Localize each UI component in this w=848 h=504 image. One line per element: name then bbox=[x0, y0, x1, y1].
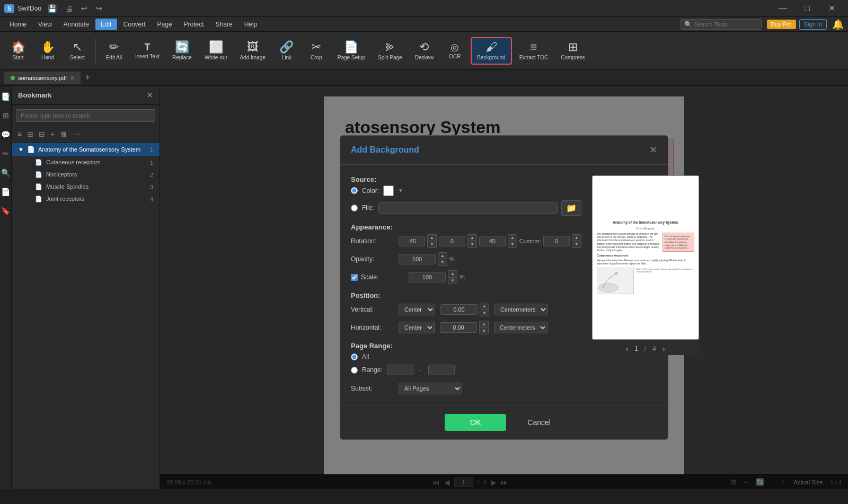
rotation-center-down[interactable]: ▼ bbox=[467, 241, 477, 248]
print-button[interactable]: 🖨 bbox=[62, 3, 76, 14]
vertical-offset-down[interactable]: ▼ bbox=[480, 310, 489, 317]
scale-checkbox[interactable] bbox=[351, 274, 358, 281]
rotation-left-input[interactable]: 45 bbox=[399, 236, 425, 246]
rotation-custom-down[interactable]: ▼ bbox=[572, 241, 581, 248]
bookmark-anatomy-header[interactable]: ▼ 📄 Anatomy of the Somatosensory System … bbox=[12, 143, 160, 156]
vertical-offset-input[interactable]: 0.00 bbox=[440, 304, 478, 315]
sidebar-icon-bookmark[interactable]: 📑 bbox=[0, 90, 12, 103]
bookmark-more-btn[interactable]: ⋯ bbox=[71, 128, 82, 140]
menu-view[interactable]: View bbox=[33, 19, 57, 30]
bookmark-collapse2-btn[interactable]: ⊟ bbox=[37, 128, 47, 140]
menu-help[interactable]: Help bbox=[239, 19, 263, 30]
opacity-input[interactable]: 100 bbox=[399, 254, 436, 264]
sidebar-icon-search[interactable]: 🔍 bbox=[0, 166, 12, 179]
sidebar-icon-pages[interactable]: 📄 bbox=[0, 185, 12, 198]
tool-page-setup[interactable]: 📄 Page Setup bbox=[332, 38, 370, 64]
all-pages-radio[interactable] bbox=[351, 353, 358, 360]
sidebar-icon-edit[interactable]: ✏ bbox=[1, 147, 11, 160]
tab-somatosensory[interactable]: somatosensory.pdf × bbox=[4, 72, 81, 84]
close-button[interactable]: ✕ bbox=[819, 0, 844, 17]
tool-add-image[interactable]: 🖼 Add Image bbox=[234, 38, 270, 64]
scale-up[interactable]: ▲ bbox=[448, 270, 457, 277]
bookmark-item-joint[interactable]: 📄 Joint receptors 4 bbox=[22, 193, 160, 205]
color-swatch[interactable] bbox=[383, 185, 394, 196]
save-button[interactable]: 💾 bbox=[45, 3, 60, 14]
subset-select[interactable]: All PagesOdd PagesEven Pages bbox=[399, 383, 462, 394]
tool-background[interactable]: 🖌 Background bbox=[471, 37, 511, 65]
tab-close-button[interactable]: × bbox=[70, 74, 74, 82]
tool-hand[interactable]: ✋ Hand bbox=[34, 38, 61, 64]
menu-home[interactable]: Home bbox=[4, 19, 32, 30]
bookmark-collapse-btn[interactable]: ≡ bbox=[16, 128, 23, 140]
modal-close-button[interactable]: ✕ bbox=[649, 144, 657, 156]
redo-button[interactable]: ↪ bbox=[93, 3, 105, 14]
buy-pro-button[interactable]: Buy Pro bbox=[767, 20, 796, 29]
minimize-button[interactable]: — bbox=[771, 0, 795, 17]
scale-down[interactable]: ▼ bbox=[448, 277, 457, 285]
cancel-button[interactable]: Cancel bbox=[515, 414, 563, 431]
preview-next-button[interactable]: › bbox=[662, 344, 665, 353]
sidebar-icon-comments[interactable]: 💬 bbox=[0, 128, 12, 141]
bookmark-item-cutaneous[interactable]: 📄 Cutaneous receptors 1 bbox=[22, 156, 160, 169]
sidebar-icon-layers[interactable]: ⊞ bbox=[1, 109, 11, 122]
menu-annotate[interactable]: Annotate bbox=[58, 19, 94, 30]
tool-start[interactable]: 🏠 Start bbox=[4, 38, 32, 64]
rotation-right-down[interactable]: ▼ bbox=[508, 241, 517, 248]
rotation-left-down[interactable]: ▼ bbox=[427, 241, 437, 248]
color-dropdown-arrow[interactable]: ▼ bbox=[398, 188, 403, 193]
tool-crop[interactable]: ✂ Crop bbox=[303, 38, 330, 64]
maximize-button[interactable]: □ bbox=[795, 0, 819, 17]
tool-replace[interactable]: 🔄 Replace bbox=[167, 38, 197, 64]
rotation-center-input[interactable]: 0 bbox=[439, 236, 465, 246]
search-input[interactable] bbox=[694, 21, 758, 28]
tool-compress[interactable]: ⊞ Compress bbox=[555, 38, 590, 64]
horizontal-offset-down[interactable]: ▼ bbox=[479, 328, 489, 335]
vertical-offset-up[interactable]: ▲ bbox=[480, 303, 489, 310]
rotation-right-up[interactable]: ▲ bbox=[508, 234, 517, 241]
horizontal-offset-up[interactable]: ▲ bbox=[479, 321, 489, 328]
color-radio[interactable] bbox=[351, 187, 358, 194]
tool-extract-toc[interactable]: ≡ Extract TOC bbox=[514, 38, 554, 64]
rotation-custom-up[interactable]: ▲ bbox=[572, 234, 581, 241]
preview-prev-button[interactable]: ‹ bbox=[626, 344, 629, 353]
rotation-custom-input[interactable]: 0 bbox=[543, 236, 570, 246]
scale-input[interactable]: 100 bbox=[409, 272, 446, 282]
menu-edit[interactable]: Edit bbox=[95, 19, 117, 30]
bookmark-item-muscle[interactable]: 📄 Muscle Spindles 3 bbox=[22, 181, 160, 193]
tool-insert-text[interactable]: T Insert Text bbox=[130, 39, 165, 63]
undo-button[interactable]: ↩ bbox=[78, 3, 91, 14]
ok-button[interactable]: OK bbox=[445, 414, 506, 431]
sidebar-icon-bookmark2[interactable]: 🔖 bbox=[0, 205, 12, 217]
bookmark-item-nociceptors[interactable]: 📄 Nociceptors 2 bbox=[22, 169, 160, 181]
menu-convert[interactable]: Convert bbox=[118, 19, 151, 30]
tool-edit-all[interactable]: ✏ Edit All bbox=[100, 38, 128, 64]
range-to-input[interactable] bbox=[428, 365, 455, 375]
bookmark-delete-btn[interactable]: 🗑 bbox=[58, 128, 69, 140]
rotation-right-input[interactable]: 45 bbox=[479, 236, 506, 246]
opacity-down[interactable]: ▼ bbox=[438, 259, 447, 266]
bookmark-expand-btn[interactable]: ⊞ bbox=[25, 128, 35, 140]
notification-icon[interactable]: 🔔 bbox=[832, 19, 844, 30]
opacity-up[interactable]: ▲ bbox=[438, 252, 447, 259]
vertical-select[interactable]: CenterTopBottom bbox=[399, 304, 435, 315]
tool-ocr[interactable]: ◎ OCR bbox=[441, 39, 469, 63]
rotation-center-up[interactable]: ▲ bbox=[467, 234, 477, 241]
range-from-input[interactable] bbox=[387, 365, 413, 375]
horizontal-unit-select[interactable]: CentermetersInches bbox=[494, 322, 547, 333]
menu-protect[interactable]: Protect bbox=[179, 19, 209, 30]
bookmark-search-input[interactable] bbox=[16, 109, 155, 122]
tool-select[interactable]: ↖ Select bbox=[64, 38, 91, 64]
tool-split-page[interactable]: ⫸ Split Page bbox=[373, 38, 408, 64]
vertical-unit-select[interactable]: CentermetersInches bbox=[494, 304, 548, 315]
tool-link[interactable]: 🔗 Link bbox=[273, 38, 301, 64]
add-tab-button[interactable]: + bbox=[85, 72, 91, 83]
menu-share[interactable]: Share bbox=[210, 19, 238, 30]
bookmark-panel-close-button[interactable]: ✕ bbox=[146, 90, 153, 100]
bookmark-add-btn[interactable]: + bbox=[49, 128, 56, 140]
horizontal-select[interactable]: CenterLeftRight bbox=[399, 322, 435, 333]
tool-deskew[interactable]: ⟲ Deskew bbox=[410, 38, 439, 64]
file-radio[interactable] bbox=[351, 205, 358, 211]
tool-white-out[interactable]: ⬜ White-out bbox=[199, 38, 233, 64]
file-path-input[interactable] bbox=[378, 202, 558, 214]
rotation-left-up[interactable]: ▲ bbox=[427, 234, 437, 241]
